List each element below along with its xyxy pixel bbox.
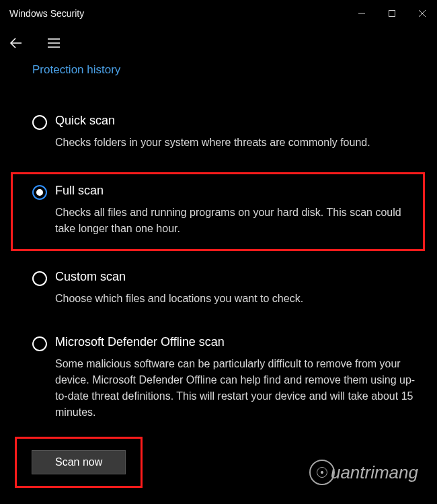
option-title: Quick scan xyxy=(55,114,425,128)
scan-now-button[interactable]: Scan now xyxy=(32,450,126,474)
option-text: Microsoft Defender Offline scan Some mal… xyxy=(47,335,425,421)
minimize-button[interactable] xyxy=(346,3,376,24)
titlebar: Windows Security xyxy=(0,0,437,27)
protection-history-link[interactable]: Protection history xyxy=(0,63,437,77)
svg-rect-1 xyxy=(389,11,395,17)
option-desc: Checks all files and running programs on… xyxy=(55,205,418,237)
option-text: Full scan Checks all files and running p… xyxy=(47,184,418,237)
option-title: Full scan xyxy=(55,184,418,198)
option-desc: Some malicious software can be particula… xyxy=(55,356,425,421)
scan-options: Quick scan Checks folders in your system… xyxy=(0,107,437,430)
hamburger-menu-icon[interactable] xyxy=(44,34,63,52)
bulb-icon xyxy=(309,460,335,485)
option-text: Custom scan Choose which files and locat… xyxy=(47,270,425,307)
radio-icon[interactable] xyxy=(32,115,47,130)
window-title: Windows Security xyxy=(9,8,84,19)
scan-now-highlight: Scan now xyxy=(15,437,143,488)
option-custom-scan[interactable]: Custom scan Choose which files and locat… xyxy=(32,263,425,316)
watermark: uantrimang xyxy=(309,460,418,485)
watermark-text: uantrimang xyxy=(331,462,418,483)
radio-icon[interactable] xyxy=(32,185,47,200)
option-desc: Choose which files and locations you wan… xyxy=(55,291,425,307)
radio-icon[interactable] xyxy=(32,271,47,286)
maximize-button[interactable] xyxy=(376,3,407,24)
option-desc: Checks folders in your system where thre… xyxy=(55,135,425,151)
option-text: Quick scan Checks folders in your system… xyxy=(47,114,425,151)
option-quick-scan[interactable]: Quick scan Checks folders in your system… xyxy=(32,107,425,160)
option-full-scan[interactable]: Full scan Checks all files and running p… xyxy=(11,172,425,251)
window-controls xyxy=(346,3,437,24)
option-title: Custom scan xyxy=(55,270,425,284)
back-button[interactable] xyxy=(7,34,26,52)
option-offline-scan[interactable]: Microsoft Defender Offline scan Some mal… xyxy=(32,328,425,430)
radio-icon[interactable] xyxy=(32,336,47,351)
close-button[interactable] xyxy=(407,3,437,24)
header-row xyxy=(0,27,437,59)
option-title: Microsoft Defender Offline scan xyxy=(55,335,425,349)
